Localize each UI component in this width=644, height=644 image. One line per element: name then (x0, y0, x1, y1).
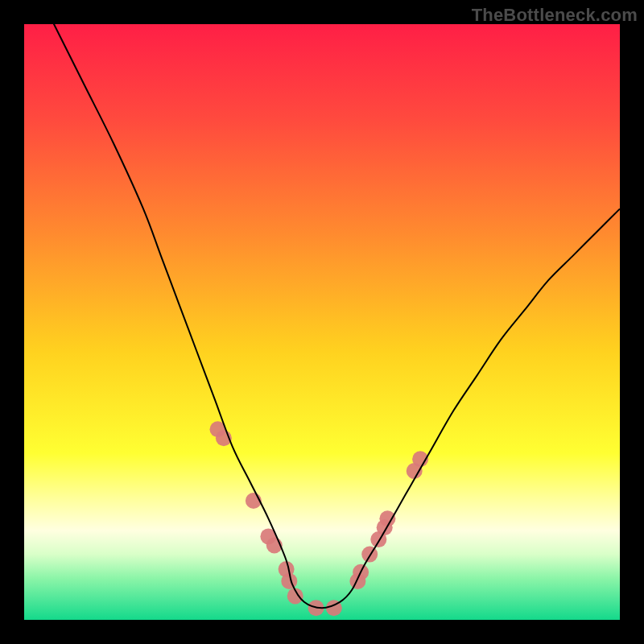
marker-group (210, 421, 429, 616)
watermark-text: TheBottleneck.com (472, 5, 638, 26)
curve-marker (361, 547, 378, 563)
plot-area (24, 24, 620, 620)
chart-container: TheBottleneck.com (0, 0, 644, 644)
bottleneck-curve (24, 24, 620, 608)
curve-layer (24, 24, 620, 620)
curve-marker (379, 510, 395, 526)
